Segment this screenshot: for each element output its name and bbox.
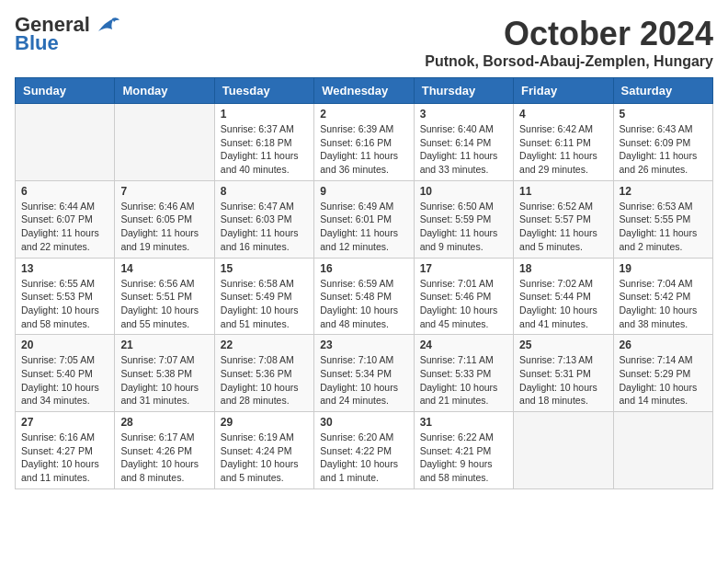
day-info: Sunrise: 7:02 AM Sunset: 5:44 PM Dayligh… [519, 277, 607, 331]
calendar-day-cell: 26Sunrise: 7:14 AM Sunset: 5:29 PM Dayli… [613, 335, 712, 412]
day-number: 13 [21, 262, 108, 275]
calendar-day-cell: 3Sunrise: 6:40 AM Sunset: 6:14 PM Daylig… [414, 104, 513, 181]
day-number: 29 [221, 416, 308, 429]
calendar-day-cell [613, 412, 712, 489]
day-info: Sunrise: 6:56 AM Sunset: 5:51 PM Dayligh… [120, 277, 208, 331]
day-number: 8 [221, 185, 308, 198]
day-number: 15 [221, 262, 308, 275]
day-number: 9 [320, 185, 407, 198]
calendar-week-row: 6Sunrise: 6:44 AM Sunset: 6:07 PM Daylig… [16, 180, 713, 258]
calendar-header-row: SundayMondayTuesdayWednesdayThursdayFrid… [16, 78, 713, 104]
day-info: Sunrise: 6:58 AM Sunset: 5:49 PM Dayligh… [221, 277, 308, 331]
day-number: 17 [420, 262, 507, 275]
day-number: 23 [320, 339, 407, 351]
day-info: Sunrise: 7:07 AM Sunset: 5:38 PM Dayligh… [120, 353, 208, 408]
day-info: Sunrise: 6:16 AM Sunset: 4:27 PM Dayligh… [21, 431, 108, 485]
day-info: Sunrise: 6:55 AM Sunset: 5:53 PM Dayligh… [21, 277, 108, 331]
day-info: Sunrise: 6:37 AM Sunset: 6:18 PM Dayligh… [221, 122, 308, 177]
calendar-day-cell: 2Sunrise: 6:39 AM Sunset: 6:16 PM Daylig… [314, 104, 414, 181]
day-number: 7 [120, 185, 208, 198]
day-number: 28 [120, 416, 208, 429]
day-number: 14 [120, 262, 208, 275]
day-info: Sunrise: 7:14 AM Sunset: 5:29 PM Dayligh… [620, 353, 707, 408]
calendar-day-header: Monday [115, 78, 214, 104]
day-info: Sunrise: 7:10 AM Sunset: 5:34 PM Dayligh… [320, 353, 407, 408]
calendar-day-cell: 27Sunrise: 6:16 AM Sunset: 4:27 PM Dayli… [16, 412, 115, 489]
day-number: 2 [320, 108, 407, 121]
day-info: Sunrise: 6:47 AM Sunset: 6:03 PM Dayligh… [221, 200, 308, 254]
calendar-day-cell: 23Sunrise: 7:10 AM Sunset: 5:34 PM Dayli… [314, 335, 414, 412]
day-info: Sunrise: 6:49 AM Sunset: 6:01 PM Dayligh… [320, 200, 407, 254]
calendar-week-row: 1Sunrise: 6:37 AM Sunset: 6:18 PM Daylig… [16, 104, 713, 181]
logo: General Blue [15, 15, 119, 55]
day-number: 1 [221, 108, 308, 121]
day-info: Sunrise: 7:13 AM Sunset: 5:31 PM Dayligh… [519, 353, 607, 408]
day-info: Sunrise: 7:11 AM Sunset: 5:33 PM Dayligh… [420, 353, 507, 408]
day-number: 16 [320, 262, 407, 275]
calendar-day-header: Friday [514, 78, 613, 104]
calendar-day-cell: 24Sunrise: 7:11 AM Sunset: 5:33 PM Dayli… [414, 335, 513, 412]
day-info: Sunrise: 6:20 AM Sunset: 4:22 PM Dayligh… [320, 431, 407, 485]
day-info: Sunrise: 6:17 AM Sunset: 4:26 PM Dayligh… [120, 431, 208, 485]
calendar-day-cell: 5Sunrise: 6:43 AM Sunset: 6:09 PM Daylig… [613, 104, 712, 181]
calendar-week-row: 27Sunrise: 6:16 AM Sunset: 4:27 PM Dayli… [16, 412, 713, 489]
day-number: 12 [620, 185, 707, 198]
calendar-week-row: 20Sunrise: 7:05 AM Sunset: 5:40 PM Dayli… [16, 335, 713, 412]
day-info: Sunrise: 6:39 AM Sunset: 6:16 PM Dayligh… [320, 122, 407, 177]
calendar-day-cell: 17Sunrise: 7:01 AM Sunset: 5:46 PM Dayli… [414, 258, 513, 335]
calendar-day-cell: 28Sunrise: 6:17 AM Sunset: 4:26 PM Dayli… [115, 412, 214, 489]
day-info: Sunrise: 6:19 AM Sunset: 4:24 PM Dayligh… [221, 431, 308, 485]
day-info: Sunrise: 6:40 AM Sunset: 6:14 PM Dayligh… [420, 122, 507, 177]
calendar-day-cell: 22Sunrise: 7:08 AM Sunset: 5:36 PM Dayli… [214, 335, 313, 412]
calendar-day-cell: 4Sunrise: 6:42 AM Sunset: 6:11 PM Daylig… [514, 104, 613, 181]
location: Putnok, Borsod-Abauj-Zemplen, Hungary [425, 53, 713, 70]
day-number: 24 [420, 339, 507, 351]
day-number: 21 [120, 339, 208, 351]
day-info: Sunrise: 7:05 AM Sunset: 5:40 PM Dayligh… [21, 353, 108, 408]
day-number: 18 [519, 262, 607, 275]
title-section: October 2024 Putnok, Borsod-Abauj-Zemple… [425, 15, 713, 70]
day-number: 27 [21, 416, 108, 429]
month-title: October 2024 [425, 15, 713, 53]
day-number: 19 [620, 262, 707, 275]
calendar-day-cell: 1Sunrise: 6:37 AM Sunset: 6:18 PM Daylig… [214, 104, 313, 181]
calendar-day-cell: 20Sunrise: 7:05 AM Sunset: 5:40 PM Dayli… [16, 335, 115, 412]
day-number: 4 [519, 108, 607, 121]
day-number: 22 [221, 339, 308, 351]
calendar-day-cell: 31Sunrise: 6:22 AM Sunset: 4:21 PM Dayli… [414, 412, 513, 489]
day-number: 20 [21, 339, 108, 351]
day-info: Sunrise: 7:01 AM Sunset: 5:46 PM Dayligh… [420, 277, 507, 331]
calendar-day-cell: 21Sunrise: 7:07 AM Sunset: 5:38 PM Dayli… [115, 335, 214, 412]
calendar-day-cell: 15Sunrise: 6:58 AM Sunset: 5:49 PM Dayli… [214, 258, 313, 335]
calendar-day-cell: 18Sunrise: 7:02 AM Sunset: 5:44 PM Dayli… [514, 258, 613, 335]
calendar-day-cell [514, 412, 613, 489]
day-number: 31 [420, 416, 507, 429]
day-number: 5 [620, 108, 707, 121]
calendar-day-cell [115, 104, 214, 181]
day-info: Sunrise: 6:22 AM Sunset: 4:21 PM Dayligh… [420, 431, 507, 485]
day-number: 10 [420, 185, 507, 198]
calendar-day-cell: 7Sunrise: 6:46 AM Sunset: 6:05 PM Daylig… [115, 180, 214, 258]
day-number: 3 [420, 108, 507, 121]
day-number: 6 [21, 185, 108, 198]
calendar-day-cell: 12Sunrise: 6:53 AM Sunset: 5:55 PM Dayli… [613, 180, 712, 258]
day-info: Sunrise: 6:43 AM Sunset: 6:09 PM Dayligh… [620, 122, 707, 177]
day-info: Sunrise: 6:59 AM Sunset: 5:48 PM Dayligh… [320, 277, 407, 331]
calendar-day-cell: 16Sunrise: 6:59 AM Sunset: 5:48 PM Dayli… [314, 258, 414, 335]
calendar-day-header: Saturday [613, 78, 712, 104]
day-info: Sunrise: 6:52 AM Sunset: 5:57 PM Dayligh… [519, 200, 607, 254]
day-info: Sunrise: 6:46 AM Sunset: 6:05 PM Dayligh… [120, 200, 208, 254]
calendar-day-header: Thursday [414, 78, 513, 104]
calendar-table: SundayMondayTuesdayWednesdayThursdayFrid… [15, 77, 713, 489]
calendar-day-cell: 13Sunrise: 6:55 AM Sunset: 5:53 PM Dayli… [16, 258, 115, 335]
day-info: Sunrise: 7:04 AM Sunset: 5:42 PM Dayligh… [620, 277, 707, 331]
day-info: Sunrise: 6:44 AM Sunset: 6:07 PM Dayligh… [21, 200, 108, 254]
calendar-day-cell: 8Sunrise: 6:47 AM Sunset: 6:03 PM Daylig… [214, 180, 313, 258]
calendar-day-cell: 30Sunrise: 6:20 AM Sunset: 4:22 PM Dayli… [314, 412, 414, 489]
calendar-day-cell: 19Sunrise: 7:04 AM Sunset: 5:42 PM Dayli… [613, 258, 712, 335]
calendar-day-header: Sunday [16, 78, 115, 104]
day-info: Sunrise: 6:53 AM Sunset: 5:55 PM Dayligh… [620, 200, 707, 254]
calendar-day-cell: 14Sunrise: 6:56 AM Sunset: 5:51 PM Dayli… [115, 258, 214, 335]
calendar-day-cell [16, 104, 115, 181]
logo-blue: Blue [15, 31, 59, 55]
